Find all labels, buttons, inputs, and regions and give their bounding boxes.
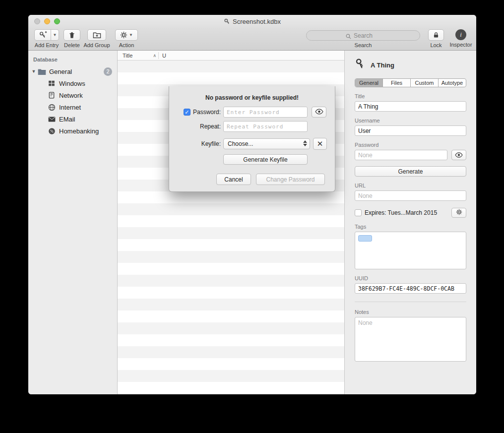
add-entry-group: ▼ Add Entry <box>31 29 62 48</box>
generate-password-button[interactable]: Generate <box>355 166 466 177</box>
sidebar: Database ▼ General 2 Windows <box>28 51 118 394</box>
add-entry-label: Add Entry <box>35 42 59 48</box>
eye-icon <box>455 151 463 160</box>
lock-icon <box>433 31 440 39</box>
eye-icon <box>315 108 323 117</box>
sidebar-item-network[interactable]: Network <box>28 89 117 101</box>
sidebar-header: Database <box>28 55 117 65</box>
dialog-reveal-password-button[interactable] <box>312 107 326 118</box>
keyfile-popup-button[interactable]: Choose... <box>223 138 310 149</box>
tab-autotype[interactable]: Autotype <box>439 79 466 87</box>
sidebar-item-email[interactable]: EMail <box>28 113 117 125</box>
sidebar-item-label: Windows <box>59 80 85 87</box>
url-field-label: URL <box>355 183 466 188</box>
globe-icon <box>47 103 56 112</box>
inspector-tabs: General Files Custom Autotype <box>355 78 466 87</box>
url-input[interactable] <box>355 190 466 201</box>
password-field-label: Password <box>355 142 466 148</box>
expires-checkbox[interactable] <box>355 209 362 216</box>
tab-files[interactable]: Files <box>383 79 411 87</box>
lock-button[interactable] <box>428 29 444 41</box>
window-title: Screenshot.kdbx <box>233 18 281 25</box>
sidebar-item-label: General <box>49 68 72 75</box>
entry-list-header: Title ∧ U <box>118 51 344 61</box>
reveal-password-button[interactable] <box>451 150 466 160</box>
traffic-lights <box>34 18 60 24</box>
sidebar-item-label: Internet <box>59 104 81 111</box>
titlebar: Screenshot.kdbx <box>28 15 476 28</box>
keyfile-popup-value: Choose... <box>228 140 253 147</box>
delete-button[interactable] <box>63 29 80 41</box>
toolbar: ▼ Add Entry Delete Add Group <box>28 28 476 51</box>
popup-stepper-icon <box>303 140 307 146</box>
sidebar-item-homebanking[interactable]: Homebanking <box>28 125 117 137</box>
computer-icon <box>47 91 56 100</box>
content-panes: Database ▼ General 2 Windows <box>28 51 476 394</box>
folder-plus-icon <box>93 31 101 39</box>
key-icon <box>355 59 366 71</box>
sidebar-item-internet[interactable]: Internet <box>28 101 117 113</box>
password-sheet-dialog: No password or keyfile supplied! ✓ Passw… <box>169 86 335 192</box>
column-title-text: Title <box>123 53 132 59</box>
gear-icon <box>456 208 462 217</box>
dialog-keyfile-label: Keyfile: <box>201 140 221 147</box>
zoom-button[interactable] <box>54 18 60 24</box>
expires-options-button[interactable] <box>451 208 466 218</box>
gear-icon <box>120 31 127 39</box>
sidebar-item-windows[interactable]: Windows <box>28 77 117 89</box>
expires-label: Expires: Tues...March 2015 <box>365 209 448 216</box>
password-input[interactable] <box>355 150 447 160</box>
lock-label: Lock <box>430 42 441 48</box>
column-header-username[interactable]: U <box>159 53 166 59</box>
chevron-down-icon: ▼ <box>129 33 133 37</box>
tag-pill[interactable] <box>358 235 372 242</box>
inspector-group: i Inspector <box>447 29 475 48</box>
sidebar-item-label: Homebanking <box>59 127 99 135</box>
search-group: Search <box>306 29 420 48</box>
generate-keyfile-button[interactable]: Generate Keyfile <box>223 154 308 165</box>
username-input[interactable] <box>355 125 466 136</box>
tags-box[interactable] <box>355 232 466 269</box>
entry-title: A Thing <box>371 62 394 69</box>
trash-icon <box>68 31 76 39</box>
search-input[interactable] <box>307 31 420 40</box>
disclosure-triangle-icon[interactable]: ▼ <box>30 69 37 74</box>
inspector-panel: A Thing General Files Custom Autotype Ti… <box>345 51 476 394</box>
minimize-button[interactable] <box>44 18 50 24</box>
column-header-title[interactable]: Title ∧ <box>118 53 158 59</box>
delete-label: Delete <box>64 42 80 48</box>
tab-general[interactable]: General <box>355 79 383 87</box>
column-username-text: U <box>162 53 166 59</box>
notes-textarea[interactable] <box>355 317 466 362</box>
lock-group: Lock <box>426 29 446 48</box>
add-group-button[interactable] <box>87 29 106 41</box>
title-input[interactable] <box>355 101 466 112</box>
sheet-message: No password or keyfile supplied! <box>169 94 335 101</box>
dialog-repeat-input[interactable] <box>223 121 308 132</box>
tab-custom[interactable]: Custom <box>411 79 439 87</box>
password-checkbox[interactable]: ✓ <box>184 109 190 116</box>
username-field-label: Username <box>355 118 466 124</box>
desktop-background: Screenshot.kdbx ▼ Add Entry <box>0 0 504 433</box>
add-group-group: Add Group <box>82 29 112 48</box>
sidebar-item-general[interactable]: ▼ General 2 <box>28 65 117 77</box>
uuid-input[interactable] <box>355 283 466 294</box>
inspector-label: Inspector <box>449 42 472 48</box>
inspector-toggle-button[interactable]: i <box>455 29 466 40</box>
add-entry-button[interactable] <box>34 29 51 41</box>
change-password-button[interactable]: Change Password <box>256 174 325 185</box>
title-field-label: Title <box>355 93 466 99</box>
keyfile-clear-button[interactable]: ✕ <box>313 138 327 150</box>
folder-icon <box>37 67 46 76</box>
dialog-repeat-label: Repeat: <box>200 123 221 130</box>
add-entry-dropdown[interactable]: ▼ <box>51 29 59 41</box>
action-group: ▼ Action <box>115 29 138 48</box>
envelope-icon <box>47 115 56 124</box>
cancel-button[interactable]: Cancel <box>216 174 251 185</box>
search-label: Search <box>355 42 372 48</box>
coin-percent-icon <box>47 126 56 135</box>
dialog-password-input[interactable] <box>223 107 308 118</box>
close-button[interactable] <box>34 18 40 24</box>
app-window: Screenshot.kdbx ▼ Add Entry <box>28 15 476 394</box>
action-button[interactable]: ▼ <box>115 29 138 41</box>
